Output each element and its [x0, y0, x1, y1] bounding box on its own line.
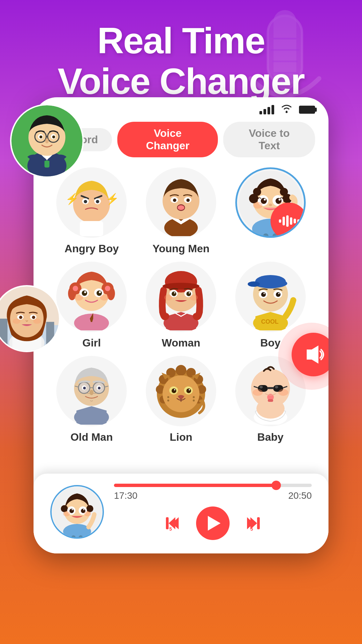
voice-avatar-lion — [146, 356, 216, 426]
player-controls-area: 17:30 20:50 5 — [114, 484, 312, 540]
voice-avatar-child — [235, 167, 306, 238]
svg-rect-41 — [80, 221, 103, 236]
svg-point-130 — [89, 390, 94, 395]
svg-point-150 — [167, 396, 169, 398]
svg-point-28 — [19, 316, 22, 319]
voice-item-child[interactable] — [229, 167, 312, 255]
svg-rect-167 — [268, 399, 273, 402]
svg-point-100 — [186, 291, 191, 296]
svg-point-110 — [255, 275, 286, 288]
svg-point-31 — [33, 319, 41, 324]
svg-rect-70 — [283, 217, 285, 225]
svg-point-32 — [286, 111, 288, 113]
voice-avatar-angry-boy: ⚡ ⚡ — [56, 167, 127, 238]
voice-avatar-boy: COOL — [235, 262, 306, 332]
svg-point-17 — [40, 136, 42, 138]
svg-point-37 — [84, 200, 87, 203]
player-avatar — [50, 485, 104, 539]
svg-point-64 — [253, 202, 262, 209]
play-button[interactable] — [196, 506, 230, 540]
svg-point-18 — [52, 136, 55, 138]
svg-rect-186 — [166, 517, 169, 529]
svg-point-111 — [248, 281, 260, 287]
voice-avatar-woman — [146, 262, 216, 332]
time-display: 17:30 20:50 — [114, 490, 312, 501]
svg-point-101 — [174, 292, 175, 293]
svg-rect-22 — [0, 319, 7, 344]
svg-point-129 — [98, 387, 101, 389]
svg-point-164 — [259, 386, 263, 388]
svg-rect-72 — [290, 217, 292, 225]
svg-point-183 — [84, 511, 91, 516]
app-title: Real Time Voice Changer — [0, 20, 362, 101]
current-time: 17:30 — [114, 490, 137, 501]
voice-item-young-men[interactable]: Young Men — [140, 167, 223, 255]
voice-item-girl[interactable]: Girl — [50, 262, 133, 349]
header: Real Time Voice Changer — [0, 0, 362, 111]
total-time: 20:50 — [288, 490, 312, 501]
svg-rect-74 — [297, 219, 300, 223]
svg-point-82 — [73, 286, 78, 291]
svg-point-83 — [105, 286, 110, 291]
svg-point-115 — [276, 292, 281, 297]
svg-point-102 — [189, 292, 190, 293]
rewind-button[interactable]: 5 — [163, 513, 183, 533]
svg-point-29 — [32, 316, 35, 319]
tab-voice-to-text[interactable]: Voice to Text — [223, 122, 315, 157]
voice-item-lion[interactable]: Lion — [140, 356, 223, 443]
svg-point-182 — [63, 511, 70, 516]
svg-point-103 — [164, 294, 172, 301]
voice-item-angry-boy[interactable]: ⚡ ⚡ Angry Boy — [50, 167, 133, 255]
voice-grid: ⚡ ⚡ Angry Boy — [34, 164, 328, 450]
voice-item-old-man[interactable]: Old Man — [50, 356, 133, 443]
phone-frame: Record Voice Changer Voice to Text — [34, 97, 328, 553]
tab-voice-changer[interactable]: Voice Changer — [117, 122, 218, 157]
svg-text:⚡: ⚡ — [106, 193, 119, 205]
battery-icon — [299, 106, 315, 114]
svg-point-48 — [186, 199, 190, 202]
svg-point-56 — [253, 188, 261, 196]
svg-marker-170 — [307, 345, 318, 364]
forward-button[interactable]: 5 — [243, 513, 263, 533]
svg-point-117 — [278, 293, 280, 294]
svg-rect-69 — [279, 219, 281, 223]
voice-label-angry-boy: Angry Boy — [64, 243, 119, 255]
svg-text:5: 5 — [169, 526, 172, 532]
svg-point-63 — [279, 199, 281, 201]
progress-bar[interactable] — [114, 484, 312, 487]
voice-label-young-men: Young Men — [153, 243, 209, 255]
svg-point-169 — [278, 389, 288, 396]
svg-point-146 — [186, 388, 191, 393]
svg-point-50 — [178, 205, 184, 210]
voice-label-lion: Lion — [170, 431, 192, 443]
svg-rect-161 — [267, 387, 274, 389]
voice-label-boy: Boy — [260, 337, 280, 349]
voice-label-girl: Girl — [82, 337, 101, 349]
svg-point-62 — [264, 199, 266, 201]
svg-text:⚡: ⚡ — [65, 193, 79, 205]
svg-point-88 — [84, 291, 86, 293]
progress-thumb — [272, 481, 281, 490]
voice-item-woman[interactable]: Woman — [140, 262, 223, 349]
signal-icon — [259, 105, 274, 114]
svg-text:5: 5 — [250, 526, 253, 532]
voice-label-woman: Woman — [162, 337, 200, 349]
svg-point-168 — [253, 389, 263, 396]
svg-point-30 — [13, 319, 20, 324]
svg-point-47 — [173, 199, 176, 202]
svg-rect-188 — [257, 517, 260, 529]
svg-point-181 — [83, 509, 84, 510]
svg-point-133 — [176, 365, 186, 376]
player-content: 17:30 20:50 5 — [50, 484, 312, 540]
svg-point-19 — [45, 139, 49, 144]
svg-point-104 — [190, 294, 198, 301]
svg-point-90 — [74, 294, 83, 301]
svg-point-89 — [99, 291, 101, 293]
svg-point-165 — [275, 386, 278, 388]
media-player: 17:30 20:50 5 — [34, 474, 328, 553]
player-controls: 5 5 — [114, 506, 312, 540]
svg-rect-73 — [294, 219, 296, 223]
svg-point-153 — [193, 399, 195, 401]
status-bar — [34, 97, 328, 118]
sound-wave-badge — [270, 203, 306, 238]
